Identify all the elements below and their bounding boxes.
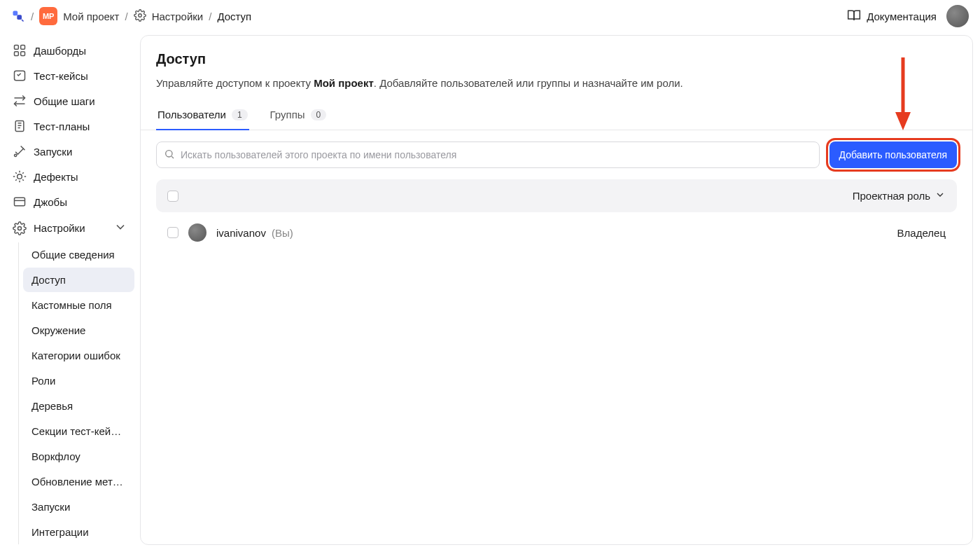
you-label: (Вы): [272, 227, 293, 239]
tab-groups[interactable]: Группы 0: [269, 102, 328, 130]
tab-badge: 1: [232, 109, 248, 120]
subnav-tc-sections[interactable]: Секции тест-кейсов: [23, 419, 134, 443]
svg-point-9: [15, 154, 17, 156]
subnav-general[interactable]: Общие сведения: [23, 242, 134, 267]
book-icon: [847, 8, 861, 25]
sidebar-item-settings[interactable]: Настройки: [6, 214, 134, 242]
sidebar-item-dashboards[interactable]: Дашборды: [6, 38, 134, 63]
documentation-link[interactable]: Документация: [847, 8, 937, 25]
svg-rect-3: [15, 46, 19, 50]
svg-point-2: [138, 13, 141, 17]
svg-rect-11: [15, 198, 25, 206]
sidebar-item-label: Джобы: [34, 196, 67, 208]
breadcrumb-sep: /: [125, 11, 127, 22]
svg-line-16: [172, 156, 174, 158]
breadcrumb: / МР Мой проект / Настройки / Доступ: [11, 7, 251, 25]
username-text: ivanivanov: [216, 227, 266, 239]
svg-rect-4: [21, 46, 25, 50]
sidebar-item-testcases[interactable]: Тест-кейсы: [6, 63, 134, 88]
sidebar-item-label: Дашборды: [34, 45, 86, 57]
page-desc-suffix: . Добавляйте пользователей или группы и …: [374, 77, 683, 89]
breadcrumb-sep: /: [31, 11, 34, 22]
role-header-label: Проектная роль: [853, 190, 930, 202]
documentation-label: Документация: [867, 11, 937, 22]
row-checkbox[interactable]: [167, 227, 178, 238]
page-desc-prefix: Управляйте доступом к проекту: [156, 77, 314, 89]
breadcrumb-project[interactable]: Мой проект: [63, 11, 119, 22]
toolbar: Добавить пользователя: [141, 130, 972, 179]
subnav-trees[interactable]: Деревья: [23, 394, 134, 418]
gear-icon: [134, 9, 146, 24]
subnav-workflow[interactable]: Воркфлоу: [23, 444, 134, 469]
subnav-access[interactable]: Доступ: [23, 268, 134, 292]
subnav-custom-fields[interactable]: Кастомные поля: [23, 293, 134, 317]
subnav-integrations[interactable]: Интеграции: [23, 520, 134, 544]
svg-point-15: [166, 150, 172, 156]
breadcrumb-settings[interactable]: Настройки: [152, 11, 204, 22]
sidebar-item-runs[interactable]: Запуски: [6, 139, 134, 164]
page-title: Доступ: [156, 51, 957, 67]
sidebar: Дашборды Тест-кейсы Общие шаги Тест-план…: [0, 32, 140, 552]
settings-subnav: Общие сведения Доступ Кастомные поля Окр…: [18, 242, 134, 544]
tab-label: Группы: [270, 109, 305, 120]
svg-rect-5: [15, 52, 19, 56]
sidebar-item-label: Тест-кейсы: [34, 70, 88, 82]
sidebar-item-label: Запуски: [34, 146, 72, 158]
chevron-down-icon: [113, 220, 127, 236]
sidebar-item-label: Общие шаги: [34, 95, 95, 107]
svg-rect-6: [21, 52, 25, 56]
svg-rect-7: [15, 71, 25, 80]
tab-label: Пользователи: [158, 109, 226, 120]
sidebar-item-test-plans[interactable]: Тест-планы: [6, 113, 134, 139]
breadcrumb-current: Доступ: [217, 11, 251, 22]
tab-users[interactable]: Пользователи 1: [156, 102, 249, 130]
svg-point-12: [18, 226, 22, 230]
page-description: Управляйте доступом к проекту Мой проект…: [156, 77, 957, 89]
users-table: Проектная роль ivanivanov (Вы): [141, 179, 972, 253]
page-desc-project: Мой проект: [314, 77, 374, 89]
svg-rect-1: [17, 15, 22, 20]
subnav-error-categories[interactable]: Категории ошибок: [23, 343, 134, 368]
svg-rect-8: [15, 121, 24, 132]
app-logo-icon[interactable]: [11, 9, 25, 23]
add-user-button[interactable]: Добавить пользователя: [830, 142, 957, 168]
sidebar-item-defects[interactable]: Дефекты: [6, 164, 134, 189]
sidebar-item-shared-steps[interactable]: Общие шаги: [6, 88, 134, 113]
tabs: Пользователи 1 Группы 0: [141, 102, 972, 130]
subnav-runs[interactable]: Запуски: [23, 495, 134, 519]
subnav-meta-update[interactable]: Обновление мета-…: [23, 469, 134, 494]
sidebar-item-label: Дефекты: [34, 171, 78, 183]
svg-rect-0: [13, 11, 18, 16]
sidebar-item-jobs[interactable]: Джобы: [6, 189, 134, 214]
content: Доступ Управляйте доступом к проекту Мой…: [140, 32, 980, 552]
search-field[interactable]: [156, 142, 820, 168]
sidebar-item-label: Тест-планы: [34, 120, 90, 132]
subnav-roles[interactable]: Роли: [23, 368, 134, 393]
topbar: / МР Мой проект / Настройки / Доступ Док…: [0, 0, 980, 32]
select-all-checkbox[interactable]: [167, 191, 178, 202]
breadcrumb-sep: /: [209, 11, 211, 22]
search-icon: [164, 149, 181, 162]
svg-point-10: [18, 174, 22, 179]
row-role: Владелец: [897, 227, 946, 239]
user-avatar[interactable]: [946, 5, 969, 27]
panel: Доступ Управляйте доступом к проекту Мой…: [140, 35, 973, 545]
project-badge[interactable]: МР: [39, 7, 57, 25]
row-username: ivanivanov (Вы): [216, 227, 293, 239]
tab-badge: 0: [311, 109, 327, 120]
row-user-avatar: [188, 223, 206, 242]
chevron-down-icon: [934, 189, 946, 202]
search-input[interactable]: [181, 149, 812, 160]
table-row: ivanivanov (Вы) Владелец: [156, 212, 957, 253]
table-header: Проектная роль: [156, 179, 957, 212]
sidebar-item-label: Настройки: [34, 222, 85, 234]
role-column-header[interactable]: Проектная роль: [853, 189, 946, 202]
subnav-environment[interactable]: Окружение: [23, 318, 134, 343]
